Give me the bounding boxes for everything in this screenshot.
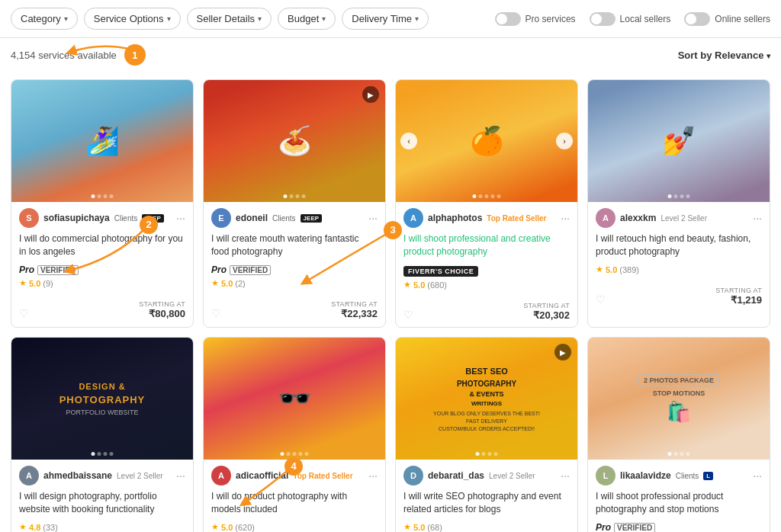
dot-1[interactable] (674, 194, 678, 198)
online-sellers-label: Online sellers (715, 14, 770, 24)
dot-0[interactable] (92, 194, 95, 198)
card-image[interactable]: 🏄‍♀️ (11, 80, 193, 202)
card-title[interactable]: I will write SEO photography and event r… (403, 490, 570, 518)
card-image[interactable]: BEST SEO PHOTOGRAPHY & EVENTS WRITINGS Y… (396, 338, 577, 460)
menu-dots[interactable]: ··· (753, 470, 762, 482)
sort-value-wrap[interactable]: Relevance ▾ (715, 50, 770, 61)
dot-4[interactable] (305, 452, 309, 456)
dot-2[interactable] (104, 194, 108, 198)
heart-icon[interactable]: ♡ (211, 307, 221, 319)
category-filter[interactable]: Category ▾ (11, 8, 78, 30)
dot-2[interactable] (488, 452, 492, 456)
dot-0[interactable] (281, 452, 284, 456)
dot-2[interactable] (293, 452, 297, 456)
service-options-filter[interactable]: Service Options ▾ (84, 8, 181, 30)
dot-1[interactable] (290, 194, 294, 198)
heart-icon[interactable]: ♡ (596, 293, 606, 306)
card-image[interactable]: 🍝 ▶ (204, 80, 385, 202)
avatar[interactable]: A (596, 208, 615, 228)
dot-3[interactable] (299, 452, 303, 456)
card-title[interactable]: I will do commercial photography for you… (19, 232, 185, 260)
dot-3[interactable] (110, 194, 114, 198)
dot-2[interactable] (680, 194, 684, 198)
seller-name[interactable]: alexxkm (620, 213, 656, 223)
star-icon: ★ (19, 522, 27, 532)
dot-1[interactable] (287, 452, 291, 456)
dot-1[interactable] (98, 194, 101, 198)
seller-name[interactable]: sofiasupichaya (43, 213, 110, 223)
prev-arrow[interactable]: ‹ (400, 133, 417, 149)
dot-0[interactable] (473, 194, 477, 198)
dot-0[interactable] (284, 194, 288, 198)
dot-2[interactable] (485, 194, 489, 198)
budget-filter[interactable]: Budget ▾ (278, 8, 336, 30)
dot-0[interactable] (668, 194, 672, 198)
menu-dots[interactable]: ··· (176, 470, 185, 482)
seller-name[interactable]: edoneil (236, 213, 268, 223)
card-title[interactable]: I will shoot professional product photog… (596, 490, 762, 518)
card-image[interactable]: 🍊 ‹ › (396, 80, 577, 202)
play-btn[interactable]: ▶ (554, 344, 571, 361)
seller-name[interactable]: adicaofficial (236, 470, 288, 481)
avatar[interactable]: L (596, 466, 615, 486)
avatar[interactable]: A (211, 466, 231, 486)
page-wrapper: Category ▾ Service Options ▾ Seller Deta… (0, 0, 781, 532)
seller-name[interactable]: ahmedbaissane (43, 470, 112, 481)
dot-0[interactable] (668, 452, 672, 456)
dot-1[interactable] (479, 194, 483, 198)
seller-name[interactable]: debarati_das (428, 470, 484, 481)
dot-3[interactable] (110, 452, 114, 456)
menu-dots[interactable]: ··· (176, 212, 185, 224)
avatar[interactable]: D (403, 466, 423, 486)
online-sellers-toggle[interactable] (684, 12, 710, 26)
play-btn[interactable]: ▶ (362, 86, 379, 103)
avatar[interactable]: A (19, 466, 39, 486)
dot-3[interactable] (302, 194, 306, 198)
seller-name[interactable]: likaalavidze (620, 470, 671, 481)
card-title[interactable]: I will create mouth watering fantastic f… (211, 232, 378, 260)
card-image[interactable]: 🕶️ (204, 338, 385, 460)
category-chevron: ▾ (64, 14, 68, 23)
menu-dots[interactable]: ··· (368, 470, 378, 482)
seller-name[interactable]: alphaphotos (428, 213, 482, 223)
menu-dots[interactable]: ··· (753, 212, 762, 224)
heart-icon[interactable]: ♡ (403, 309, 413, 321)
dot-2[interactable] (104, 452, 108, 456)
avatar[interactable]: A (403, 208, 423, 228)
dot-3[interactable] (494, 452, 498, 456)
dot-3[interactable] (686, 452, 690, 456)
dot-2[interactable] (680, 452, 684, 456)
dot-1[interactable] (674, 452, 678, 456)
filter-bar-right: Pro services Local sellers Online seller… (495, 12, 770, 26)
card-image[interactable]: DESIGN & PHOTOGRAPHY PORTFOLIO WEBSITE (11, 338, 193, 460)
dot-3[interactable] (686, 194, 690, 198)
dot-4[interactable] (497, 194, 501, 198)
delivery-time-filter[interactable]: Delivery Time ▾ (342, 8, 429, 30)
level-badge: Level 2 Seller (489, 472, 535, 480)
dot-3[interactable] (491, 194, 495, 198)
dot-0[interactable] (476, 452, 480, 456)
listing-card: DESIGN & PHOTOGRAPHY PORTFOLIO WEBSITE A… (11, 337, 194, 532)
card-title[interactable]: I will shoot professional and creative p… (403, 232, 570, 260)
price: ₹80,800 (139, 308, 185, 319)
next-arrow[interactable]: › (556, 133, 573, 149)
avatar[interactable]: E (211, 208, 231, 228)
dot-0[interactable] (92, 452, 95, 456)
card-image[interactable]: 2 PHOTOS PACKAGE STOP MOTIONS 🛍️ (588, 338, 770, 460)
avatar[interactable]: S (19, 208, 39, 228)
heart-icon[interactable]: ♡ (19, 307, 29, 319)
seller-details-filter[interactable]: Seller Details ▾ (187, 8, 272, 30)
pro-services-toggle[interactable] (495, 12, 521, 26)
star-rating: ★ 4.8 (33) (19, 522, 185, 532)
local-sellers-toggle[interactable] (590, 12, 615, 26)
card-title[interactable]: I will do product photography with model… (211, 490, 378, 518)
card-image[interactable]: 💅 (588, 80, 770, 202)
menu-dots[interactable]: ··· (561, 470, 570, 482)
dot-1[interactable] (98, 452, 101, 456)
card-title[interactable]: I will design photography, portfolio web… (19, 490, 185, 518)
menu-dots[interactable]: ··· (561, 212, 570, 224)
dot-1[interactable] (482, 452, 486, 456)
dot-2[interactable] (296, 194, 300, 198)
menu-dots[interactable]: ··· (368, 212, 378, 224)
card-title[interactable]: I will retouch high end beauty, fashion,… (596, 232, 762, 260)
